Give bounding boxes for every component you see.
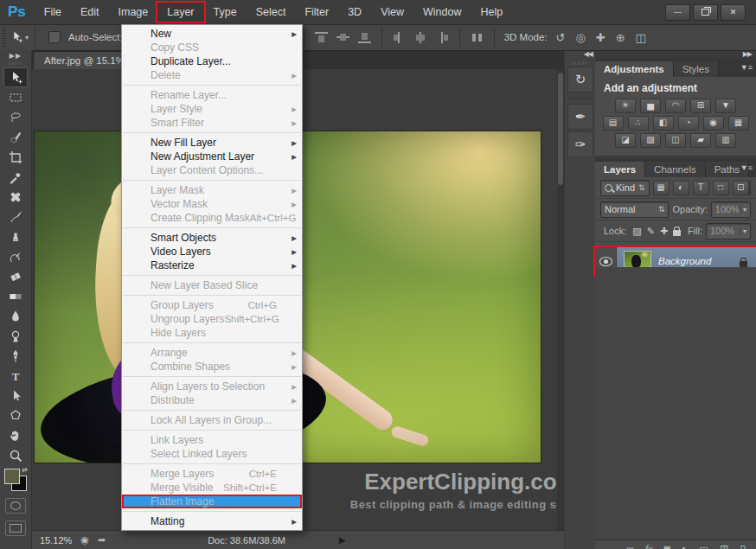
distribute-left-icon[interactable] bbox=[393, 32, 406, 43]
menu-item-matting[interactable]: Matting▶ bbox=[122, 514, 302, 528]
adj-color-lookup-icon[interactable]: ▦ bbox=[728, 116, 749, 131]
lock-transparency-icon[interactable]: ▨ bbox=[632, 226, 641, 237]
eraser-tool[interactable] bbox=[3, 266, 28, 286]
toolbar-collapse-icon[interactable]: ▶▶ bbox=[10, 52, 22, 60]
fill-dropdown[interactable]: 100% ▾ bbox=[706, 223, 751, 239]
3d-drag-icon[interactable]: ✚ bbox=[596, 31, 605, 44]
minimize-button[interactable]: — bbox=[665, 4, 690, 21]
add-layer-mask-icon[interactable]: ◙ bbox=[663, 541, 670, 549]
restore-button[interactable] bbox=[693, 4, 718, 21]
blur-tool[interactable] bbox=[3, 306, 28, 326]
menu-item-layer-content-options[interactable]: Layer Content Options... bbox=[122, 163, 302, 177]
menu-item-combine-shapes[interactable]: Combine Shapes▶ bbox=[122, 360, 302, 373]
adj-curves-icon[interactable]: ◠ bbox=[665, 99, 686, 113]
adj-posterize-icon[interactable]: ▨ bbox=[640, 133, 661, 148]
menu-item-hide-layers[interactable]: Hide Layers bbox=[122, 326, 302, 340]
dodge-tool[interactable] bbox=[3, 326, 28, 346]
options-grip[interactable] bbox=[2, 28, 6, 47]
dock-grip[interactable] bbox=[573, 61, 588, 65]
menu-item-vector-mask[interactable]: Vector Mask▶ bbox=[122, 197, 302, 211]
spot-healing-brush-tool[interactable] bbox=[3, 187, 28, 207]
new-layer-icon[interactable]: ⊞ bbox=[720, 541, 728, 549]
3d-slide-icon[interactable]: ⊕ bbox=[616, 31, 625, 44]
opacity-dropdown[interactable]: 100% ▾ bbox=[711, 201, 751, 218]
menu-item-flatten-image[interactable]: Flatten Image bbox=[122, 495, 302, 508]
rectangular-marquee-tool[interactable] bbox=[3, 87, 28, 107]
panel-menu-icon[interactable]: ▼≡ bbox=[740, 63, 753, 72]
menu-item-smart-objects[interactable]: Smart Objects▶ bbox=[122, 231, 302, 245]
menu-item-duplicate-layer[interactable]: Duplicate Layer... bbox=[122, 54, 302, 68]
menu-item-merge-visible[interactable]: Merge VisibleShift+Ctrl+E bbox=[122, 481, 302, 495]
adj-channel-mixer-icon[interactable]: ◉ bbox=[703, 116, 724, 131]
screen-mode-button[interactable] bbox=[5, 520, 26, 536]
eyedropper-tool[interactable] bbox=[3, 167, 28, 187]
move-tool[interactable] bbox=[3, 67, 28, 87]
align-top-edges-icon[interactable] bbox=[315, 32, 328, 43]
menu-item-link-layers[interactable]: Link Layers bbox=[122, 433, 302, 447]
link-layers-icon[interactable]: ∞ bbox=[626, 541, 634, 549]
menubar-item-layer[interactable]: Layer bbox=[157, 3, 203, 22]
filter-type-icon[interactable]: T bbox=[693, 181, 709, 195]
menu-item-distribute[interactable]: Distribute▶ bbox=[122, 393, 302, 407]
adj-brightness-contrast-icon[interactable]: ☀ bbox=[615, 99, 636, 113]
document-size-info[interactable]: Doc: 38.6M/38.6M bbox=[208, 535, 285, 546]
tab-styles[interactable]: Styles bbox=[674, 61, 719, 77]
quick-mask-button[interactable] bbox=[5, 498, 26, 514]
clone-stamp-tool[interactable] bbox=[3, 227, 28, 246]
tool-preset-dropdown-icon[interactable]: ▾ bbox=[25, 34, 29, 41]
menubar-item-file[interactable]: File bbox=[35, 3, 71, 22]
vertical-scrollbar[interactable] bbox=[557, 69, 564, 531]
lock-position-icon[interactable]: ✚ bbox=[660, 226, 668, 237]
scrollbar-thumb[interactable] bbox=[558, 73, 563, 185]
menu-item-new-fill-layer[interactable]: New Fill Layer▶ bbox=[122, 136, 302, 150]
menu-item-layer-style[interactable]: Layer Style▶ bbox=[122, 102, 302, 116]
menu-item-copy-css[interactable]: Copy CSS bbox=[122, 41, 302, 54]
menu-item-video-layers[interactable]: Video Layers▶ bbox=[122, 245, 302, 259]
menu-item-align-layers-to-selection[interactable]: Align Layers to Selection▶ bbox=[122, 380, 302, 393]
tab-adjustments[interactable]: Adjustments bbox=[595, 61, 674, 77]
filter-smart-object-icon[interactable]: ⊡ bbox=[733, 181, 749, 195]
adj-invert-icon[interactable]: ◪ bbox=[615, 133, 636, 148]
menu-item-rasterize[interactable]: Rasterize▶ bbox=[122, 259, 302, 272]
menubar-item-edit[interactable]: Edit bbox=[71, 3, 109, 22]
menu-item-new[interactable]: New▶ bbox=[122, 27, 302, 41]
gradient-tool[interactable] bbox=[3, 286, 28, 306]
brush-tool[interactable] bbox=[3, 207, 28, 227]
3d-roll-icon[interactable]: ◎ bbox=[575, 31, 585, 44]
3d-rotate-icon[interactable]: ↺ bbox=[556, 31, 566, 44]
dock-collapse-left-icon[interactable]: ◀◀ bbox=[565, 50, 596, 59]
menubar-item-window[interactable]: Window bbox=[413, 3, 471, 22]
adj-threshold-icon[interactable]: ◫ bbox=[665, 133, 686, 148]
menubar-item-3d[interactable]: 3D bbox=[338, 3, 371, 22]
shape-tool[interactable] bbox=[3, 405, 28, 425]
clone-source-panel-icon[interactable]: ✑ bbox=[567, 131, 593, 157]
filter-pixel-icon[interactable]: ▦ bbox=[653, 181, 670, 195]
brush-presets-panel-icon[interactable]: ✒ bbox=[567, 104, 593, 130]
filter-adjustment-icon[interactable]: ◐ bbox=[673, 181, 689, 195]
menu-item-merge-layers[interactable]: Merge LayersCtrl+E bbox=[122, 467, 302, 481]
type-tool[interactable]: T bbox=[3, 366, 28, 386]
adj-gradient-map-icon[interactable]: ▰ bbox=[690, 133, 711, 148]
filter-shape-icon[interactable]: □ bbox=[713, 181, 729, 195]
layers-panel-menu-icon[interactable]: ▼≡ bbox=[740, 163, 753, 172]
menu-item-arrange[interactable]: Arrange▶ bbox=[122, 346, 302, 360]
status-preview-icon[interactable]: ◉ bbox=[80, 534, 89, 546]
3d-camera-icon[interactable]: ◫ bbox=[636, 31, 646, 44]
distribute-horizontal-centers-icon[interactable] bbox=[414, 32, 427, 43]
adj-photo-filter-icon[interactable]: ◔ bbox=[678, 116, 699, 131]
lock-paint-icon[interactable]: ✎ bbox=[647, 226, 655, 237]
tab-layers[interactable]: Layers bbox=[595, 162, 645, 177]
status-popup-arrow-icon[interactable]: ▶ bbox=[339, 535, 346, 545]
lock-all-icon[interactable] bbox=[673, 230, 681, 236]
export-icon[interactable]: ➦ bbox=[98, 534, 106, 546]
auto-select-checkbox[interactable] bbox=[48, 31, 61, 43]
history-panel-icon[interactable]: ↻ bbox=[567, 67, 593, 93]
align-bottom-edges-icon[interactable] bbox=[358, 32, 371, 43]
menu-item-lock-all-layers-in-group[interactable]: Lock All Layers in Group... bbox=[122, 413, 302, 427]
adj-exposure-icon[interactable]: ⊞ bbox=[690, 99, 711, 113]
distribute-right-icon[interactable] bbox=[436, 32, 449, 43]
foreground-color-swatch[interactable] bbox=[4, 469, 20, 484]
layer-style-icon[interactable]: fx bbox=[645, 541, 653, 549]
zoom-tool[interactable] bbox=[3, 445, 28, 465]
menu-item-layer-mask[interactable]: Layer Mask▶ bbox=[122, 183, 302, 197]
